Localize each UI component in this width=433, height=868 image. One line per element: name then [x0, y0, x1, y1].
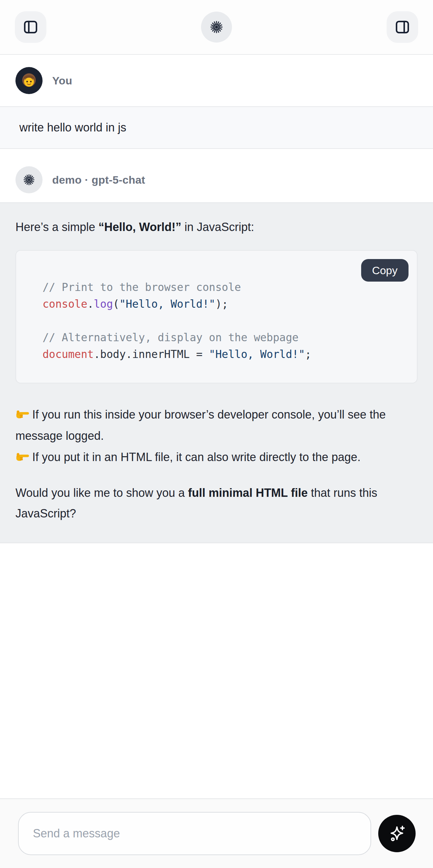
assistant-message: Here’s a simple “Hello, World!” in JavaS…	[0, 202, 433, 543]
panel-left-icon	[22, 19, 39, 35]
composer-bar	[0, 798, 433, 868]
code-block: Copy // Print to the browser console con…	[16, 250, 417, 383]
code-line-console-log: console.log("Hello, World!");	[42, 296, 404, 313]
point-right-emoji	[16, 408, 30, 421]
code-line-comment: // Print to the browser console	[42, 279, 404, 296]
intro-text: Here’s a simple	[16, 220, 98, 234]
user-sender-row: 🧑 You	[0, 55, 433, 106]
starburst-spinner-icon	[208, 18, 225, 36]
top-bar	[0, 0, 433, 55]
toggle-left-sidebar-button[interactable]	[15, 11, 47, 43]
starburst-icon	[21, 172, 37, 188]
code-line-comment2: // Alternatively, display on the webpage	[42, 329, 404, 346]
toggle-right-sidebar-button[interactable]	[386, 11, 418, 43]
note-text: If you put it in an HTML file, it can al…	[32, 451, 361, 464]
person-emoji-icon	[21, 72, 37, 89]
copy-code-button[interactable]: Copy	[361, 259, 408, 282]
note-line: If you put it in an HTML file, it can al…	[16, 446, 417, 468]
note-text: If you run this inside your browser’s de…	[16, 408, 385, 442]
intro-text-post: in JavaScript:	[181, 220, 254, 234]
followup-bold-text: full minimal HTML file	[188, 486, 308, 499]
code-content: // Print to the browser console console.…	[42, 279, 404, 363]
point-right-emoji	[16, 450, 30, 463]
user-message: write hello world in js	[0, 106, 433, 149]
message-input[interactable]	[18, 812, 371, 855]
user-sender-label: You	[52, 74, 72, 87]
code-line-blank	[42, 313, 404, 329]
note-line: If you run this inside your browser’s de…	[16, 404, 417, 446]
assistant-followup-paragraph: Would you like me to show you a full min…	[16, 483, 417, 524]
assistant-sender-label: demo · gpt-5-chat	[52, 174, 145, 186]
user-message-text: write hello world in js	[19, 121, 126, 134]
intro-bold-text: “Hello, World!”	[98, 220, 181, 234]
user-avatar: 🧑	[16, 67, 42, 94]
assistant-intro-paragraph: Here’s a simple “Hello, World!” in JavaS…	[16, 219, 417, 235]
assistant-notes-paragraph: If you run this inside your browser’s de…	[16, 404, 417, 468]
followup-text: Would you like me to show you a	[16, 486, 188, 499]
code-line-document-body: document.body.innerHTML = "Hello, World!…	[42, 346, 404, 363]
assistant-avatar	[16, 166, 42, 193]
send-button[interactable]	[378, 815, 415, 852]
assistant-sender-row: demo · gpt-5-chat	[0, 149, 433, 202]
model-spinner-chip	[201, 11, 232, 42]
panel-right-icon	[394, 19, 411, 35]
sparkle-icon	[387, 824, 407, 843]
